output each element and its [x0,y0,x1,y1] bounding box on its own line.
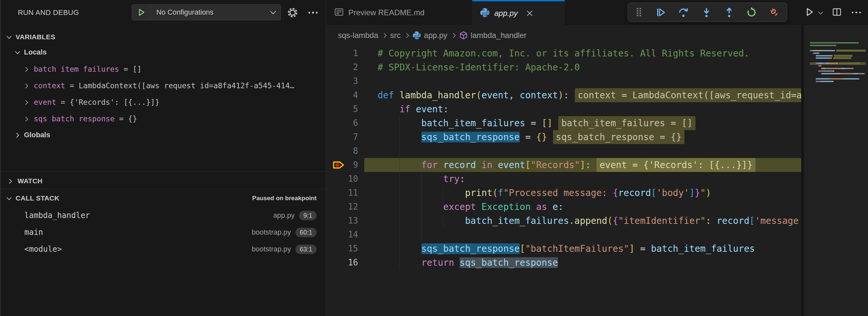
variable-name: batch_item_failures [34,65,119,73]
minimap-line [810,60,866,61]
code-line-2[interactable]: 2# SPDX-License-Identifier: Apache-2.0 [326,60,801,74]
code-line-15[interactable]: 15sqs_batch_response["batchItemFailures"… [326,242,801,256]
editor-minimap-divider [801,25,804,316]
variable-row[interactable]: sqs_batch_response = {} [1,110,326,127]
step-over-icon[interactable] [678,7,689,18]
stack-frame-name: <module> [24,245,62,254]
variable-row[interactable]: context = LambdaContext([aws_request_id=… [1,77,326,94]
line-content [364,74,801,88]
stack-frame-row[interactable]: <module>bootstrap.py63:1 [1,241,326,258]
code-line-9[interactable]: 9for record in event["Records"]:event = … [326,158,801,172]
split-editor-icon[interactable] [832,7,842,19]
breadcrumb-item-sqs-lambda[interactable]: sqs-lambda [338,31,378,40]
restart-icon[interactable] [746,7,757,18]
gear-icon[interactable] [286,6,300,20]
minimap-line [810,70,866,72]
code-text: batch_item_failures = [] [364,116,552,130]
line-number[interactable]: 13 [326,214,358,228]
minimap-line [810,68,866,69]
call-stack-title: CALL STACK [16,194,59,202]
configuration-select-value[interactable]: No Configurations [151,8,271,17]
code-line-12[interactable]: 12except Exception as e: [326,200,801,214]
code-line-3[interactable]: 3 [326,74,801,88]
line-number[interactable]: 11 [326,186,358,200]
stack-frame-row[interactable]: mainbootstrap.py60:1 [1,224,326,241]
run-icon[interactable] [804,6,815,19]
code-text: for record in event["Records"]: [364,158,591,172]
debug-configurations-dropdown[interactable]: No Configurations [132,4,281,21]
variables-section-header[interactable]: VARIABLES [1,30,326,44]
code-line-13[interactable]: 13batch_item_failures.append({"itemIdent… [326,214,801,228]
markdown-preview-icon [334,7,344,18]
line-number[interactable]: 16 [326,256,358,270]
tab-preview-readme[interactable]: Preview README.md [326,0,472,25]
token: sqs_batch_response [421,132,520,143]
code-line-7[interactable]: 7sqs_batch_response = {}sqs_batch_respon… [326,130,801,144]
tab-app-py[interactable]: app.py [472,0,565,25]
stack-frame-file: bootstrap.py [252,228,291,236]
drag-gripper-icon [635,7,644,18]
line-number[interactable]: 2 [326,60,358,74]
inline-debug-value: batch_item_failures = [] [558,116,695,130]
line-number[interactable]: 8 [326,144,358,158]
breadcrumb-item-src[interactable]: src [390,31,401,40]
run-dropdown-chevron-icon[interactable] [818,10,822,15]
more-actions-icon[interactable] [305,6,321,20]
call-stack-section-header[interactable]: CALL STACK Paused on breakpoint [1,191,326,206]
token: [] [542,118,553,128]
variable-expression: sqs_batch_response = {} [34,115,137,123]
token: in [476,160,498,170]
python-icon [480,8,490,19]
line-content: if event: [364,102,801,116]
code-line-8[interactable]: 8 [326,144,801,158]
code-line-1[interactable]: 1# Copyright Amazon.com, Inc. or its aff… [326,46,801,60]
more-actions-icon[interactable] [852,12,861,13]
code-line-6[interactable]: 6batch_item_failures = []batch_item_fail… [326,116,801,130]
breadcrumb-item-lambda-handler[interactable]: lambda_handler [459,31,526,40]
scope-globals[interactable]: Globals [1,127,326,143]
line-number[interactable]: 5 [326,102,358,116]
code-editor[interactable]: 1# Copyright Amazon.com, Inc. or its aff… [326,46,801,316]
code-line-11[interactable]: 11print(f"Processed message: {record['bo… [326,186,801,200]
token: if [399,104,416,115]
line-number[interactable]: 12 [326,200,358,214]
breadcrumb-item-app-py[interactable]: app.py [412,31,447,40]
line-number[interactable]: 4 [326,88,358,102]
breadcrumb-label: src [390,31,401,40]
token: except [443,201,482,212]
line-content: def lambda_handler(event, context):conte… [364,88,801,102]
stack-frame-file: app.py [273,211,294,220]
code-line-10[interactable]: 10try: [326,172,801,186]
minimap-line [810,75,866,77]
line-number[interactable]: 14 [326,228,358,242]
python-icon [412,31,421,39]
disconnect-icon[interactable] [769,7,780,18]
continue-icon[interactable] [655,7,666,18]
step-out-icon[interactable] [724,7,735,18]
line-number[interactable]: 7 [326,130,358,144]
minimap-line [810,48,866,49]
code-line-16[interactable]: 16return sqs_batch_response [326,256,801,270]
start-debug-icon[interactable] [132,4,151,20]
close-icon[interactable] [526,10,533,17]
minimap[interactable] [810,42,866,84]
stack-frame-row[interactable]: lambda_handlerapp.py9:1 [1,207,326,224]
indent-guide [421,228,422,242]
line-number[interactable]: 1 [326,46,358,60]
code-line-5[interactable]: 5if event: [326,102,801,116]
token: context [520,90,558,101]
step-into-icon[interactable] [701,7,712,18]
line-content: return sqs_batch_response [364,256,801,270]
variable-row[interactable]: event = {'Records': [{...}]} [1,94,326,110]
code-line-4[interactable]: 4def lambda_handler(event, context):cont… [326,88,801,102]
variable-row[interactable]: batch_item_failures = [] [1,61,326,77]
line-number[interactable]: 15 [326,242,358,256]
token: ] [689,188,695,198]
line-number[interactable]: 6 [326,116,358,130]
code-line-14[interactable]: 14 [326,228,801,242]
equals-sign: = [119,65,133,73]
line-number[interactable]: 3 [326,74,358,88]
watch-section-header[interactable]: WATCH [1,173,326,189]
scope-locals[interactable]: Locals [1,44,326,60]
line-number[interactable]: 10 [326,172,358,186]
